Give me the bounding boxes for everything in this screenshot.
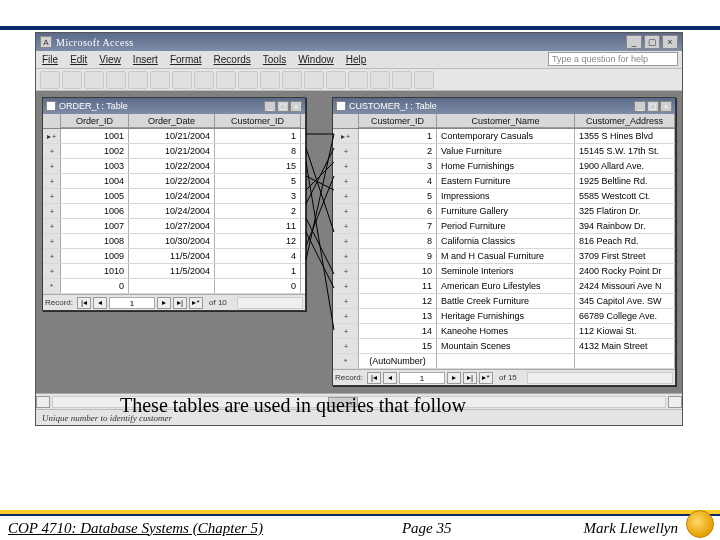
cell-customer-id[interactable]: 2 [215,204,301,218]
nav-next-button[interactable]: ▸ [447,372,461,384]
cell-order-id[interactable]: 1010 [61,264,129,278]
cell-order-date[interactable]: 10/30/2004 [129,234,215,248]
cell-customer-name[interactable]: Heritage Furnishings [437,309,575,323]
cell-customer-id[interactable]: 5 [215,174,301,188]
row-selector[interactable]: + [333,309,359,323]
table-row[interactable]: +100310/22/200415 [43,159,305,174]
row-selector[interactable]: + [333,189,359,203]
sub-close-button[interactable]: × [660,101,672,112]
table-row[interactable]: +100510/24/20043 [43,189,305,204]
nav-first-button[interactable]: |◂ [367,372,381,384]
cell-customer-name[interactable]: Contemporary Casuals [437,129,575,143]
row-selector[interactable]: + [333,204,359,218]
cell-customer-name[interactable]: Battle Creek Furniture [437,294,575,308]
cell-customer-address[interactable]: 394 Rainbow Dr. [575,219,675,233]
cell-order-date[interactable]: 10/24/2004 [129,204,215,218]
nav-last-button[interactable]: ▸| [463,372,477,384]
table-row[interactable]: +3Home Furnishings1900 Allard Ave. [333,159,675,174]
table-row[interactable]: ▸+100110/21/20041 [43,129,305,144]
menu-format[interactable]: Format [170,54,202,65]
row-selector[interactable]: ▸+ [43,129,61,143]
nav-current-record[interactable]: 1 [109,297,155,309]
table-new-row[interactable]: *(AutoNumber) [333,354,675,369]
cell-customer-id[interactable]: 9 [359,249,437,263]
cell-order-id[interactable]: 1002 [61,144,129,158]
row-selector[interactable]: + [43,204,61,218]
cell-customer-id[interactable]: 11 [359,279,437,293]
row-selector[interactable]: + [43,189,61,203]
nav-prev-button[interactable]: ◂ [383,372,397,384]
toolbar-button[interactable] [106,71,126,89]
cell-customer-address[interactable]: 15145 S.W. 17th St. [575,144,675,158]
cell-customer-id[interactable]: 5 [359,189,437,203]
row-selector[interactable]: + [43,174,61,188]
cell-customer-name[interactable]: California Classics [437,234,575,248]
maximize-button[interactable]: ▢ [644,35,660,49]
cell-order-date[interactable]: 10/22/2004 [129,174,215,188]
cell-customer-id[interactable]: 8 [215,144,301,158]
cell-customer-id[interactable]: 13 [359,309,437,323]
table-row[interactable]: +13Heritage Furnishings66789 College Ave… [333,309,675,324]
cell-order-id[interactable]: 0 [61,279,129,293]
cell-order-id[interactable]: 1004 [61,174,129,188]
menu-window[interactable]: Window [298,54,334,65]
toolbar-button[interactable] [392,71,412,89]
row-selector[interactable]: + [333,339,359,353]
cell-customer-address[interactable] [575,354,675,368]
cell-customer-id[interactable]: 12 [359,294,437,308]
cell-customer-name[interactable]: Impressions [437,189,575,203]
table-row[interactable]: +15Mountain Scenes4132 Main Street [333,339,675,354]
cell-customer-name[interactable]: Kaneohe Homes [437,324,575,338]
sub-minimize-button[interactable]: _ [634,101,646,112]
cell-customer-address[interactable]: 1900 Allard Ave. [575,159,675,173]
cell-customer-address[interactable]: 5585 Westcott Ct. [575,189,675,203]
sub-maximize-button[interactable]: ▢ [277,101,289,112]
toolbar-button[interactable] [84,71,104,89]
cell-customer-address[interactable]: 4132 Main Street [575,339,675,353]
table-row[interactable]: +5Impressions5585 Westcott Ct. [333,189,675,204]
cell-customer-address[interactable]: 112 Kiowai St. [575,324,675,338]
cell-customer-id[interactable]: 14 [359,324,437,338]
toolbar-button[interactable] [238,71,258,89]
table-row[interactable]: +12Battle Creek Furniture345 Capitol Ave… [333,294,675,309]
table-row[interactable]: +9M and H Casual Furniture3709 First Str… [333,249,675,264]
cell-customer-id-auto[interactable]: (AutoNumber) [359,354,437,368]
col-header-customer-address[interactable]: Customer_Address [575,114,675,128]
menu-help[interactable]: Help [346,54,367,65]
cell-order-id[interactable]: 1006 [61,204,129,218]
cell-customer-name[interactable]: M and H Casual Furniture [437,249,575,263]
toolbar-button[interactable] [172,71,192,89]
cell-customer-id[interactable]: 15 [359,339,437,353]
toolbar-button[interactable] [304,71,324,89]
nav-new-button[interactable]: ▸* [479,372,493,384]
table-row[interactable]: +100210/21/20048 [43,144,305,159]
nav-last-button[interactable]: ▸| [173,297,187,309]
table-row[interactable]: +100911/5/20044 [43,249,305,264]
cell-customer-address[interactable]: 1355 S Hines Blvd [575,129,675,143]
cell-order-date[interactable]: 11/5/2004 [129,264,215,278]
cell-customer-id[interactable]: 3 [359,159,437,173]
row-selector[interactable]: ▸+ [333,129,359,143]
cell-customer-id[interactable]: 15 [215,159,301,173]
row-selector[interactable]: + [333,159,359,173]
cell-order-id[interactable]: 1001 [61,129,129,143]
cell-customer-address[interactable]: 1925 Beltline Rd. [575,174,675,188]
row-selector[interactable]: * [43,279,61,293]
table-row[interactable]: ▸+1Contemporary Casuals1355 S Hines Blvd [333,129,675,144]
menu-records[interactable]: Records [214,54,251,65]
cell-order-date[interactable]: 10/21/2004 [129,144,215,158]
cell-customer-id[interactable]: 4 [359,174,437,188]
cell-customer-id[interactable]: 1 [215,264,301,278]
sub-maximize-button[interactable]: ▢ [647,101,659,112]
cell-customer-id[interactable]: 11 [215,219,301,233]
cell-customer-address[interactable]: 325 Flatiron Dr. [575,204,675,218]
toolbar-button[interactable] [194,71,214,89]
cell-customer-name[interactable]: Eastern Furniture [437,174,575,188]
row-selector[interactable]: + [333,324,359,338]
cell-order-date[interactable]: 10/24/2004 [129,189,215,203]
row-selector[interactable]: + [43,249,61,263]
cell-order-date[interactable] [129,279,215,293]
table-row[interactable]: +2Value Furniture15145 S.W. 17th St. [333,144,675,159]
select-all-corner[interactable] [43,114,61,128]
cell-customer-address[interactable]: 3709 First Street [575,249,675,263]
